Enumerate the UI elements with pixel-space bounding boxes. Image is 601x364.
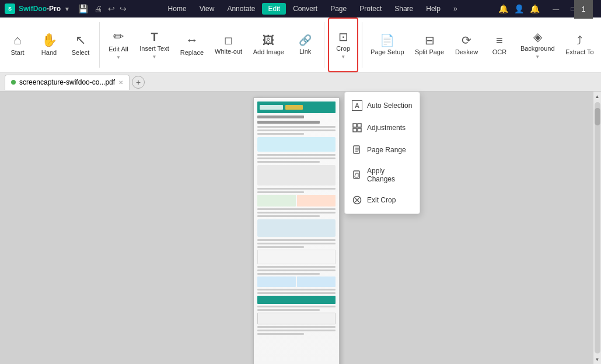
toolbar-add-image[interactable]: 🖼 Add Image [249,18,289,72]
scroll-thumb[interactable] [595,108,600,125]
split-page-label: Split Page [415,48,444,55]
edit-all-label: Edit All [109,46,128,52]
apply-changes-icon [352,170,362,180]
toolbar-insert-text[interactable]: T Insert Text ▼ [135,18,174,72]
toolbar-select[interactable]: ↖ Select [65,18,96,72]
menu-protect[interactable]: Protect [354,3,387,15]
app-name-suffix: -Pro [47,5,61,13]
tab-close-button[interactable]: ✕ [118,79,123,86]
menu-annotate[interactable]: Annotate [221,3,261,15]
save-icon[interactable]: 💾 [78,4,88,13]
select-label: Select [72,49,90,56]
menu-page[interactable]: Page [324,3,352,15]
svg-rect-3 [358,128,361,132]
menu-view[interactable]: View [194,3,221,15]
extract-to-label: Extract To [565,48,594,55]
link-icon: 🔗 [299,35,312,46]
deskew-icon: ⟳ [462,34,471,46]
user-icon[interactable]: 👤 [514,4,524,13]
divider-1 [99,22,100,68]
insert-text-arrow: ▼ [152,54,157,60]
deskew-label: Deskew [455,48,478,55]
app-dropdown-icon[interactable]: ▼ [64,6,70,12]
adjustments-icon [352,123,362,133]
apply-changes-label: Apply Changes [367,167,413,183]
page-setup-label: Page Setup [371,48,404,55]
menu-help[interactable]: Help [420,3,446,15]
divider-2 [324,22,324,68]
toolbar-hand[interactable]: ✋ Hand [34,18,64,72]
add-tab-button[interactable]: + [132,76,145,89]
toolbar-ocr[interactable]: ≡ OCR [484,18,515,72]
pdf-viewer[interactable] [0,92,593,364]
main-area: A Auto Selection Adjustments [0,92,601,364]
scroll-up-button[interactable]: ▲ [593,92,602,101]
minimize-button[interactable]: — [548,4,564,13]
hand-label: Hand [41,49,57,56]
alert-icon[interactable]: 🔔 [530,4,540,13]
background-label: Background [520,45,555,52]
toolbar-white-out[interactable]: ◻ White-out [210,18,247,72]
hand-icon: ✋ [41,34,57,47]
tab-status-dot [11,80,16,85]
adjustments-label: Adjustments [367,124,406,132]
add-image-icon: 🖼 [263,34,274,46]
background-arrow: ▼ [535,54,540,60]
toolbar-crop[interactable]: ⊡ Crop ▼ [328,18,358,72]
toolbar-extract-to[interactable]: ⤴ Extract To [561,18,599,72]
background-icon: ◈ [533,31,542,43]
adjustments-item[interactable]: Adjustments [345,117,420,139]
start-icon: ⌂ [13,34,21,47]
add-image-label: Add Image [253,48,284,55]
page-range-icon [352,145,362,155]
svg-rect-0 [353,124,357,127]
auto-selection-item[interactable]: A Auto Selection [345,94,420,117]
pdf-page-content [254,98,339,364]
apply-changes-item[interactable]: Apply Changes [345,161,420,189]
toolbar-start[interactable]: ⌂ Start [2,18,33,72]
toolbar-deskew[interactable]: ⟳ Deskew [450,18,483,72]
ocr-label: OCR [492,48,506,55]
app-logo: S [5,4,15,14]
menu-edit[interactable]: Edit [262,3,286,15]
pdf-tab[interactable]: screencapture-swifdoo-co...pdf ✕ [5,75,130,90]
crop-label: Crop [336,45,350,52]
replace-icon: ↔ [186,34,198,47]
scroll-track[interactable] [595,102,600,354]
split-page-icon: ⊟ [425,34,435,46]
undo-icon[interactable]: ↩ [108,4,115,13]
toolbar-edit-all[interactable]: ✏ Edit All ▼ [103,18,134,72]
white-out-label: White-out [215,48,242,55]
ribbon-toolbar: ⌂ Start ✋ Hand ↖ Select ✏ Edit All ▼ T I… [0,18,601,73]
title-bar: S SwifDoo-Pro ▼ 💾 🖨 ↩ ↪ Home View Annota… [0,0,601,18]
edit-all-icon: ✏ [113,30,124,43]
page-range-item[interactable]: Page Range [345,139,420,161]
exit-crop-item[interactable]: Exit Crop [345,189,420,211]
menu-home[interactable]: Home [162,3,193,15]
edit-all-arrow: ▼ [116,55,121,60]
auto-selection-icon: A [352,100,362,111]
page-setup-icon: 📄 [380,34,394,46]
redo-icon[interactable]: ↪ [120,4,127,13]
menu-bar: Home View Annotate Edit Convert Page Pro… [162,3,463,15]
title-bar-left: S SwifDoo-Pro ▼ 💾 🖨 ↩ ↪ [5,4,127,14]
menu-more[interactable]: » [448,3,463,15]
notification-icon[interactable]: 🔔 [498,4,508,13]
scrollbar: ▲ ▼ [593,92,601,364]
toolbar-split-page[interactable]: ⊟ Split Page [410,18,449,72]
toolbar-replace[interactable]: ↔ Replace [175,18,209,72]
menu-share[interactable]: Share [389,3,419,15]
toolbar-link[interactable]: 🔗 Link [290,18,320,72]
replace-label: Replace [180,49,204,56]
scroll-down-button[interactable]: ▼ [593,355,602,364]
exit-crop-icon [352,195,362,205]
toolbar-background[interactable]: ◈ Background ▼ [516,18,560,72]
app-name-bold: SwifDoo [19,5,47,13]
crop-icon: ⊡ [338,31,348,43]
toolbar-page-setup[interactable]: 📄 Page Setup [366,18,409,72]
crop-arrow: ▼ [341,54,345,60]
insert-text-icon: T [151,31,158,43]
menu-convert[interactable]: Convert [287,3,323,15]
print-icon[interactable]: 🖨 [94,4,102,13]
crop-dropdown-menu: A Auto Selection Adjustments [344,92,420,214]
